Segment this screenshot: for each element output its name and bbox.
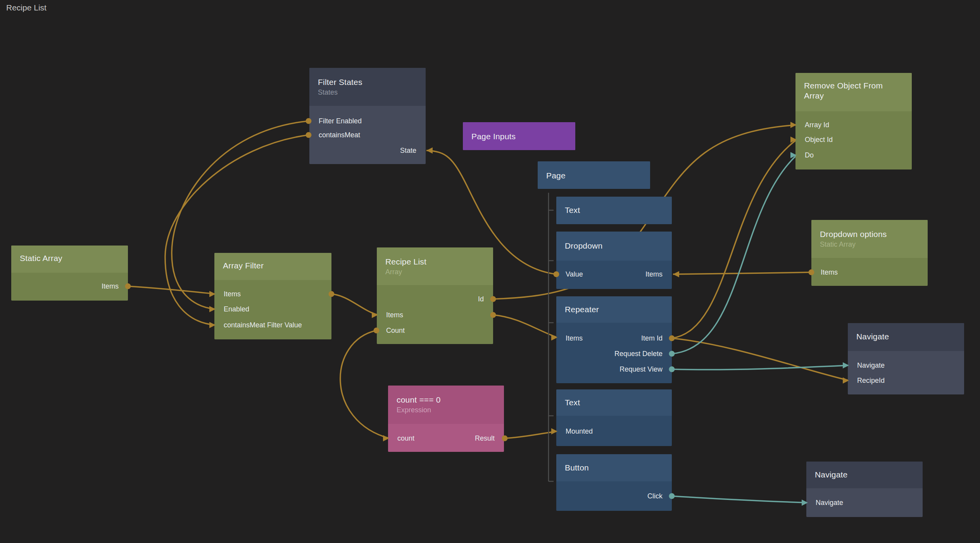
port-click-out[interactable]: Click: [556, 491, 672, 501]
node-expression[interactable]: count === 0 Expression count Result: [388, 386, 504, 452]
node-header[interactable]: Dropdown options Static Array: [811, 220, 928, 258]
wire-requestdelete-to-do: [672, 155, 797, 354]
port-filter-enabled[interactable]: Filter Enabled: [309, 116, 426, 126]
node-text-2[interactable]: Text Mounted: [556, 389, 672, 446]
page-title: Recipe List: [6, 3, 47, 12]
port-request-view-out[interactable]: Request View: [556, 365, 672, 374]
node-header[interactable]: Navigate: [848, 323, 964, 351]
node-header[interactable]: Page Inputs: [463, 122, 575, 150]
node-header[interactable]: Page: [538, 161, 650, 189]
node-array-filter[interactable]: Array Filter Items Enabled containsMeat …: [214, 253, 331, 339]
wire-count-to-expression: [340, 330, 389, 438]
port-id-out[interactable]: Id: [377, 294, 493, 304]
node-header[interactable]: Button: [556, 454, 672, 481]
node-page[interactable]: Page: [538, 161, 650, 189]
node-header[interactable]: Static Array: [11, 246, 128, 273]
node-header[interactable]: Remove Object From Array: [795, 73, 912, 111]
port-do-in[interactable]: Do: [795, 150, 912, 160]
node-dropdown[interactable]: Dropdown Value Items: [556, 232, 672, 289]
wire-options-to-dropdown: [673, 272, 811, 274]
port-recipeid-in[interactable]: RecipeId: [848, 376, 964, 385]
node-remove-object-from-array[interactable]: Remove Object From Array Array Id Object…: [795, 73, 912, 169]
node-button[interactable]: Button Click: [556, 454, 672, 511]
node-dropdown-options[interactable]: Dropdown options Static Array Items: [811, 220, 928, 286]
wire-items-to-repeater: [493, 315, 557, 337]
node-filter-states[interactable]: Filter States States Filter Enabled cont…: [309, 68, 426, 164]
node-navigate-2[interactable]: Navigate Navigate: [806, 462, 923, 517]
node-header[interactable]: Repeater: [556, 296, 672, 323]
node-header[interactable]: Dropdown: [556, 232, 672, 261]
port-array-id-in[interactable]: Array Id: [795, 120, 912, 130]
wire-requestview-to-navigate: [672, 365, 849, 370]
port-containsmeat[interactable]: containsMeat: [309, 130, 426, 140]
node-recipe-list[interactable]: Recipe List Array Id Items Count: [377, 247, 493, 344]
port-request-delete-out[interactable]: Request Delete: [556, 349, 672, 358]
port-items-out[interactable]: Items: [11, 282, 128, 291]
node-header[interactable]: Text: [556, 197, 672, 224]
wire-itemid-to-objectid: [672, 140, 797, 338]
node-header[interactable]: Navigate: [806, 462, 923, 488]
node-header[interactable]: Recipe List Array: [377, 247, 493, 285]
node-header[interactable]: Text: [556, 389, 672, 416]
wire-itemid-to-recipeid: [672, 338, 849, 380]
wire-arrayfilter-to-recipelist: [331, 294, 378, 315]
port-enabled[interactable]: Enabled: [214, 304, 331, 314]
port-result-out[interactable]: Result: [388, 434, 504, 443]
node-header[interactable]: Filter States States: [309, 68, 426, 106]
wire-result-to-mounted: [505, 431, 557, 438]
port-navigate-in[interactable]: Navigate: [848, 361, 964, 370]
port-state[interactable]: State: [309, 146, 426, 155]
node-text-1[interactable]: Text: [556, 197, 672, 224]
port-items[interactable]: Items: [377, 310, 493, 320]
port-item-id-out[interactable]: Item Id: [556, 334, 672, 343]
port-mounted-in[interactable]: Mounted: [556, 427, 672, 436]
node-header[interactable]: Array Filter: [214, 253, 331, 280]
wire-staticarray-to-arrayfilter: [128, 286, 216, 294]
port-count-out[interactable]: Count: [377, 326, 493, 335]
hierarchy-tree-lines: [549, 193, 554, 481]
port-items-in[interactable]: Items: [214, 289, 331, 299]
node-static-array[interactable]: Static Array Items: [11, 246, 128, 301]
port-navigate-in[interactable]: Navigate: [806, 498, 923, 507]
port-containsmeat-filter-value[interactable]: containsMeat Filter Value: [214, 320, 331, 330]
node-graph-canvas[interactable]: Recipe List: [0, 0, 980, 543]
port-items-in[interactable]: Items: [556, 270, 672, 279]
wire-click-to-navigate: [672, 496, 808, 503]
wire-target-arrows-teal[interactable]: [790, 152, 849, 506]
node-page-inputs[interactable]: Page Inputs: [463, 122, 575, 150]
node-navigate-1[interactable]: Navigate Navigate RecipeId: [848, 323, 964, 394]
node-repeater[interactable]: Repeater Items Item Id Request Delete Re…: [556, 296, 672, 383]
port-object-id-in[interactable]: Object Id: [795, 135, 912, 144]
node-header[interactable]: count === 0 Expression: [388, 386, 504, 424]
port-items-out[interactable]: Items: [811, 268, 928, 277]
